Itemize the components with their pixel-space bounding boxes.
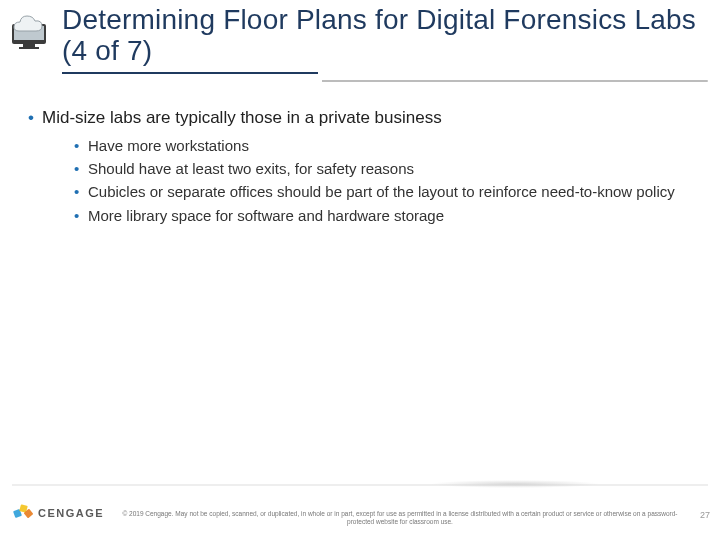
slide-body: • Mid-size labs are typically those in a…	[28, 108, 696, 229]
bullet-level-2: • More library space for software and ha…	[74, 206, 696, 225]
bullet-dot: •	[28, 108, 42, 128]
bullet-dot: •	[74, 206, 88, 225]
bullet-text: Cubicles or separate offices should be p…	[88, 182, 696, 201]
bullet-dot: •	[74, 159, 88, 178]
bullet-dot: •	[74, 136, 88, 155]
brand-name: CENGAGE	[38, 507, 104, 519]
cloud-monitor-icon	[6, 14, 52, 50]
bullet-level-1: • Mid-size labs are typically those in a…	[28, 108, 696, 128]
bullet-level-2: • Should have at least two exits, for sa…	[74, 159, 696, 178]
bullet-level-2: • Have more workstations	[74, 136, 696, 155]
title-underline	[62, 72, 318, 74]
bullet-text: Should have at least two exits, for safe…	[88, 159, 696, 178]
bullet-text: Have more workstations	[88, 136, 696, 155]
copyright-text: © 2019 Cengage. May not be copied, scann…	[120, 510, 680, 526]
svg-rect-2	[23, 44, 35, 47]
slide: Determining Floor Plans for Digital Fore…	[0, 0, 720, 540]
bullet-level-2: • Cubicles or separate offices should be…	[74, 182, 696, 201]
brand-logo: CENGAGE	[14, 504, 104, 522]
bullet-text: Mid-size labs are typically those in a p…	[42, 108, 696, 128]
svg-rect-3	[19, 47, 39, 49]
bullet-text: More library space for software and hard…	[88, 206, 696, 225]
bullet-level-2-list: • Have more workstations • Should have a…	[74, 136, 696, 225]
title-divider	[62, 80, 708, 82]
footer-accent	[430, 480, 600, 488]
brand-mark-icon	[14, 504, 32, 522]
page-number: 27	[700, 510, 710, 520]
footer-divider	[12, 484, 708, 486]
slide-title: Determining Floor Plans for Digital Fore…	[62, 4, 704, 67]
bullet-dot: •	[74, 182, 88, 201]
